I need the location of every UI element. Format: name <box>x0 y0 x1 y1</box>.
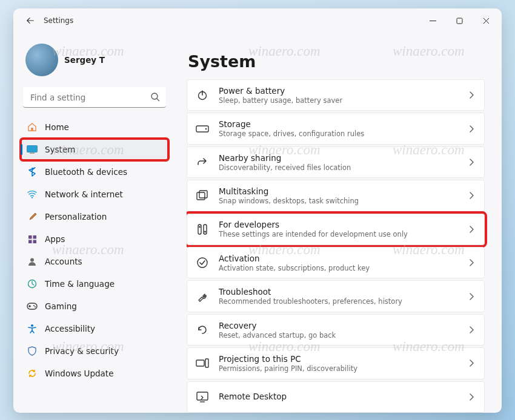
svg-rect-28 <box>197 392 208 400</box>
sidebar-item-label: Privacy & security <box>45 346 119 356</box>
sidebar-item-apps[interactable]: Apps <box>21 228 168 250</box>
share-icon <box>196 156 209 169</box>
accessibility-icon <box>27 323 38 334</box>
sidebar-item-personalization[interactable]: Personalization <box>21 206 168 228</box>
svg-point-1 <box>151 93 158 99</box>
sidebar-item-accessibility[interactable]: Accessibility <box>21 318 168 340</box>
user-name: Sergey T <box>64 55 105 65</box>
troubleshoot-icon <box>196 290 209 303</box>
svg-rect-19 <box>197 192 205 200</box>
search-icon <box>150 92 160 102</box>
svg-point-14 <box>35 306 36 307</box>
card-subtitle: Storage space, drives, configuration rul… <box>219 130 459 138</box>
sidebar-item-label: System <box>45 145 75 154</box>
chevron-right-icon <box>468 125 474 133</box>
sidebar-item-privacy-security[interactable]: Privacy & security <box>21 340 168 362</box>
power-icon <box>196 88 209 102</box>
settings-card-for-developers[interactable]: For developers These settings are intend… <box>187 214 485 245</box>
chevron-right-icon <box>468 91 474 99</box>
svg-rect-2 <box>31 128 33 131</box>
dev-icon <box>196 223 209 236</box>
update-icon <box>27 368 38 379</box>
profile[interactable]: Sergey T <box>17 36 172 87</box>
page-title: System <box>188 52 487 71</box>
card-title: Remote Desktop <box>219 392 459 401</box>
chevron-right-icon <box>468 326 474 334</box>
time-icon <box>27 278 38 289</box>
titlebar: Settings <box>13 8 502 33</box>
settings-card-power-battery[interactable]: Power & battery Sleep, battery usage, ba… <box>187 79 485 111</box>
minimize-button[interactable] <box>419 11 446 30</box>
settings-window: Settings Sergey T HomeSystemBluetooth <box>13 8 502 413</box>
sidebar-item-accounts[interactable]: Accounts <box>21 251 168 272</box>
svg-rect-7 <box>33 235 36 239</box>
sidebar-item-label: Windows Update <box>45 369 113 378</box>
sidebar-item-system[interactable]: System <box>21 139 168 160</box>
home-icon <box>27 122 38 133</box>
settings-card-activation[interactable]: Activation Activation state, subscriptio… <box>187 247 485 278</box>
settings-card-nearby-sharing[interactable]: Nearby sharing Discoverability, received… <box>187 146 485 178</box>
svg-rect-0 <box>457 18 462 24</box>
gaming-icon <box>27 301 38 312</box>
card-subtitle: Snap windows, desktops, task switching <box>219 197 459 205</box>
card-subtitle: Reset, advanced startup, go back <box>219 331 459 340</box>
maximize-button[interactable] <box>446 11 473 30</box>
settings-card-remote-desktop[interactable]: Remote Desktop <box>187 381 485 413</box>
svg-point-15 <box>31 324 33 327</box>
settings-card-troubleshoot[interactable]: Troubleshoot Recommended troubleshooters… <box>187 280 485 312</box>
sidebar-item-label: Accessibility <box>45 324 95 333</box>
chevron-right-icon <box>468 158 474 166</box>
svg-rect-3 <box>27 146 38 153</box>
sidebar-item-time-language[interactable]: Time & language <box>21 273 168 295</box>
settings-list[interactable]: Power & battery Sleep, battery usage, ba… <box>187 79 487 413</box>
sidebar-item-label: Personalization <box>45 212 107 221</box>
sidebar-item-label: Network & internet <box>45 189 123 199</box>
sidebar: Sergey T HomeSystemBluetooth & devicesNe… <box>13 33 172 413</box>
settings-card-storage[interactable]: Storage Storage space, drives, configura… <box>187 113 485 144</box>
settings-card-recovery[interactable]: Recovery Reset, advanced startup, go bac… <box>187 314 485 346</box>
chevron-right-icon <box>468 359 474 367</box>
sidebar-item-home[interactable]: Home <box>21 116 168 138</box>
svg-rect-6 <box>28 235 32 239</box>
card-subtitle: These settings are intended for developm… <box>219 230 459 238</box>
activation-icon <box>196 256 209 269</box>
card-title: Power & battery <box>219 86 459 96</box>
settings-card-multitasking[interactable]: Multitasking Snap windows, desktops, tas… <box>187 180 485 211</box>
sidebar-item-label: Gaming <box>45 301 77 311</box>
sidebar-item-label: Accounts <box>45 257 82 266</box>
sidebar-item-gaming[interactable]: Gaming <box>21 295 168 317</box>
card-title: Projecting to this PC <box>219 354 459 364</box>
svg-rect-27 <box>205 359 208 367</box>
storage-icon <box>196 122 209 136</box>
sidebar-item-label: Bluetooth & devices <box>45 167 127 177</box>
svg-rect-20 <box>199 191 207 198</box>
svg-rect-9 <box>33 240 36 243</box>
back-button[interactable] <box>21 11 40 30</box>
card-title: Recovery <box>219 321 459 330</box>
brush-icon <box>27 211 38 222</box>
chevron-right-icon <box>468 191 474 200</box>
svg-point-13 <box>33 305 35 306</box>
svg-rect-4 <box>30 153 35 154</box>
card-subtitle: Activation state, subscriptions, product… <box>219 264 459 272</box>
main-panel: System Power & battery Sleep, battery us… <box>172 33 502 413</box>
maximize-icon <box>456 18 463 24</box>
search-input[interactable] <box>23 87 166 108</box>
sidebar-item-network-internet[interactable]: Network & internet <box>21 183 168 205</box>
network-icon <box>27 189 38 200</box>
apps-icon <box>27 234 38 244</box>
remote-icon <box>196 390 209 404</box>
sidebar-item-windows-update[interactable]: Windows Update <box>21 363 168 384</box>
card-subtitle: Permissions, pairing PIN, discoverabilit… <box>219 364 459 373</box>
card-title: Troubleshoot <box>219 287 459 297</box>
chevron-right-icon <box>468 258 474 267</box>
settings-card-projecting-to-this-pc[interactable]: Projecting to this PC Permissions, pairi… <box>187 347 485 379</box>
card-title: For developers <box>219 220 459 229</box>
close-button[interactable] <box>473 11 499 30</box>
svg-point-5 <box>32 197 33 198</box>
sidebar-item-bluetooth-devices[interactable]: Bluetooth & devices <box>21 161 168 183</box>
svg-point-10 <box>30 258 34 262</box>
privacy-icon <box>27 346 38 356</box>
chevron-right-icon <box>468 292 474 301</box>
svg-rect-26 <box>196 360 204 366</box>
